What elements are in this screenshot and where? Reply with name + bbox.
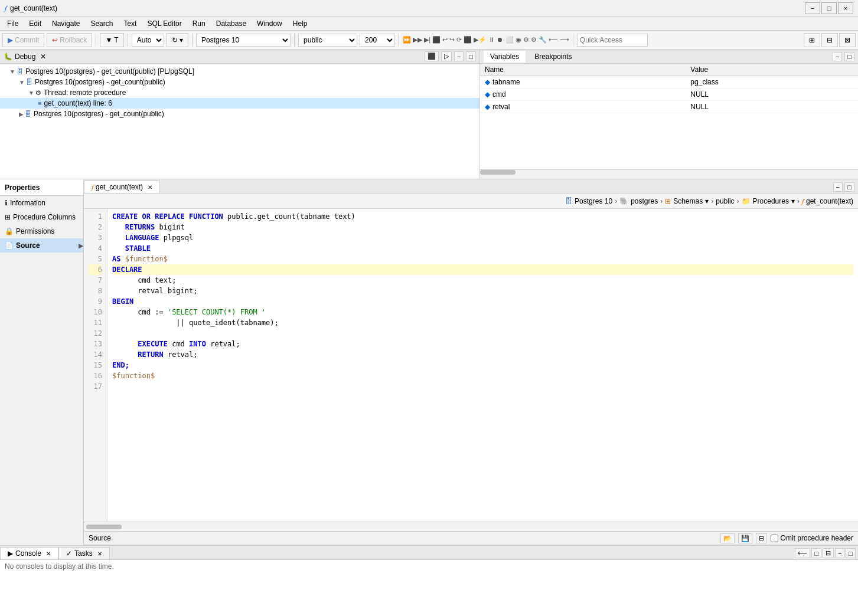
bc-schema[interactable]: postgres <box>631 197 658 205</box>
toolbar-layout-button[interactable]: ⊞ <box>804 33 820 47</box>
console-btn-1[interactable]: ⟵ <box>795 548 810 558</box>
editor-tab-getcount[interactable]: 𝑓 get_count(text) ✕ <box>84 181 160 193</box>
tree-label-thread: Thread: remote procedure <box>44 89 126 97</box>
debug-toolbar-icons: ⏩ ▶▶ ▶| ⬛ ↩ ↪ ⟳ ⬛ ▶⚡ ⏸ ⏺ ⬜ ◉ ⚙ ⚙ 🔧 ⟵ ⟶ <box>403 36 569 44</box>
prop-item-source[interactable]: 📄 Source <box>0 238 83 253</box>
console-tab-close[interactable]: ✕ <box>46 551 51 557</box>
tab-breakpoints[interactable]: Breakpoints <box>528 51 578 63</box>
maximize-button[interactable]: □ <box>821 2 837 14</box>
bc-schemas-dropdown[interactable]: ▾ <box>705 197 709 205</box>
bc-db[interactable]: Postgres 10 <box>575 197 612 205</box>
menu-window[interactable]: Window <box>252 18 287 29</box>
debug-vars-header: Variables Breakpoints − □ <box>480 50 858 64</box>
menu-help[interactable]: Help <box>288 18 312 29</box>
editor-tab-close[interactable]: ✕ <box>148 184 152 191</box>
tree-item-db2[interactable]: ▶ 🗄 Postgres 10(postgres) - get_count(pu… <box>0 109 479 119</box>
var-row-cmd[interactable]: ◆cmd NULL <box>480 89 858 101</box>
var-row-tabname[interactable]: ◆tabname pg_class <box>480 76 858 89</box>
debug-maximize-btn[interactable]: □ <box>466 51 476 61</box>
bc-public[interactable]: public <box>716 197 734 205</box>
code-line-11: || quote_ident(tabname); <box>112 317 853 328</box>
console-btn-2[interactable]: □ <box>811 548 821 558</box>
menu-edit[interactable]: Edit <box>24 18 46 29</box>
source-open-btn[interactable]: 📂 <box>720 533 735 543</box>
rollback-button[interactable]: ↩ Rollback <box>47 33 92 47</box>
debug-tree-panel: 🐛 Debug ✕ ⬛ ▷ − □ ▼ 🗄 Postgres 10(postgr… <box>0 50 480 179</box>
code-line-8: retval bigint; <box>112 286 853 296</box>
debug-stop-btn[interactable]: ⬛ <box>425 51 439 61</box>
auto-select[interactable]: Auto <box>132 34 164 47</box>
vars-maximize-btn[interactable]: □ <box>844 52 854 61</box>
source-save-btn[interactable]: 💾 <box>738 533 752 543</box>
menu-text[interactable]: Text <box>119 18 141 29</box>
title-bar-controls[interactable]: − □ × <box>805 2 853 14</box>
console-maximize-btn[interactable]: □ <box>846 548 856 558</box>
tab-variables[interactable]: Variables <box>484 51 526 63</box>
zoom-select[interactable]: 200 <box>360 34 395 47</box>
console-tab-tasks[interactable]: ✓ Tasks ✕ <box>58 547 110 559</box>
vars-scrollbar-horizontal[interactable] <box>480 169 858 179</box>
bc-procedures[interactable]: Procedures <box>753 197 789 205</box>
quick-access-input[interactable] <box>577 34 648 47</box>
bc-procedures-dropdown[interactable]: ▾ <box>791 197 795 205</box>
toolbar-separator-2 <box>128 34 128 47</box>
window-title: get_count(text) <box>10 4 57 12</box>
console-minimize-btn[interactable]: − <box>835 548 844 558</box>
source-footer-controls: 📂 💾 ⊟ Omit procedure header <box>720 533 853 543</box>
source-diff-btn[interactable]: ⊟ <box>756 533 767 543</box>
tree-item-db[interactable]: ▼ 🗄 Postgres 10(postgres) - get_count(pu… <box>0 77 479 87</box>
menu-navigate[interactable]: Navigate <box>47 18 84 29</box>
refresh-button[interactable]: ↻ ▾ <box>167 33 188 47</box>
editor-minimize-btn[interactable]: − <box>833 182 843 192</box>
menu-file[interactable]: File <box>2 18 23 29</box>
bc-db-icon: 🗄 <box>565 197 572 205</box>
line-num-8: 8 <box>89 286 102 296</box>
menu-sqleditor[interactable]: SQL Editor <box>142 18 186 29</box>
vars-content: Name Value ◆tabname pg_class ◆cmd NULL <box>480 64 858 169</box>
code-scroll-handle[interactable] <box>86 525 122 529</box>
debug-minimize-btn[interactable]: − <box>454 51 464 61</box>
tasks-tab-close[interactable]: ✕ <box>97 551 102 557</box>
tree-label-db2: Postgres 10(postgres) - get_count(public… <box>34 110 164 118</box>
editor-tabs: 𝑓 get_count(text) ✕ − □ <box>84 179 858 194</box>
toolbar-format-button[interactable]: ▼ T <box>100 33 123 47</box>
main-layout: 🐛 Debug ✕ ⬛ ▷ − □ ▼ 🗄 Postgres 10(postgr… <box>0 50 858 616</box>
prop-item-permissions[interactable]: 🔒 Permissions <box>0 224 83 238</box>
debug-resume-btn[interactable]: ▷ <box>441 51 452 61</box>
var-row-retval[interactable]: ◆retval NULL <box>480 101 858 113</box>
console-tab-console[interactable]: ▶ Console ✕ <box>0 547 58 559</box>
bc-sep4: › <box>737 197 739 205</box>
code-line-16: $function$ <box>112 371 853 381</box>
code-area[interactable]: CREATE OR REPLACE FUNCTION public.get_co… <box>107 209 858 522</box>
vars-minimize-btn[interactable]: − <box>833 52 842 61</box>
schema-select[interactable]: public <box>298 34 357 47</box>
editor-maximize-btn[interactable]: □ <box>844 182 854 192</box>
tree-item-root[interactable]: ▼ 🗄 Postgres 10(postgres) - get_count(pu… <box>0 66 479 77</box>
bc-function[interactable]: get_count(text) <box>806 197 853 205</box>
database-select[interactable]: Postgres 10 <box>196 34 291 47</box>
console-btn-3[interactable]: ⊟ <box>823 548 834 558</box>
bc-schemas[interactable]: Schemas <box>673 197 703 205</box>
code-scroll-horizontal[interactable] <box>84 522 858 531</box>
omit-header-text: Omit procedure header <box>781 534 853 542</box>
minimize-button[interactable]: − <box>805 2 820 14</box>
toolbar-cols-button[interactable]: ⊟ <box>821 33 838 47</box>
var-value-cmd: NULL <box>686 89 858 101</box>
code-line-17 <box>112 381 853 392</box>
toolbar-misc-button[interactable]: ⊠ <box>839 33 856 47</box>
vars-scroll-handle[interactable] <box>480 170 516 175</box>
prop-item-information[interactable]: ℹ Information <box>0 196 83 210</box>
debug-tab-close[interactable]: ✕ <box>40 53 46 61</box>
tree-item-thread[interactable]: ▼ ⚙ Thread: remote procedure <box>0 87 479 98</box>
close-button[interactable]: × <box>838 2 853 14</box>
source-footer-label: Source <box>89 534 111 542</box>
menu-database[interactable]: Database <box>211 18 251 29</box>
debug-tab-label[interactable]: Debug <box>15 53 35 61</box>
menu-run[interactable]: Run <box>188 18 210 29</box>
console-empty-message: No consoles to display at this time. <box>5 562 114 571</box>
tree-item-frame[interactable]: ≡ get_count(text) line: 6 <box>0 98 479 109</box>
omit-header-checkbox[interactable] <box>771 535 778 542</box>
prop-item-procedure-columns[interactable]: ⊞ Procedure Columns <box>0 210 83 224</box>
commit-button[interactable]: ▶ Commit <box>2 33 44 47</box>
menu-search[interactable]: Search <box>86 18 118 29</box>
